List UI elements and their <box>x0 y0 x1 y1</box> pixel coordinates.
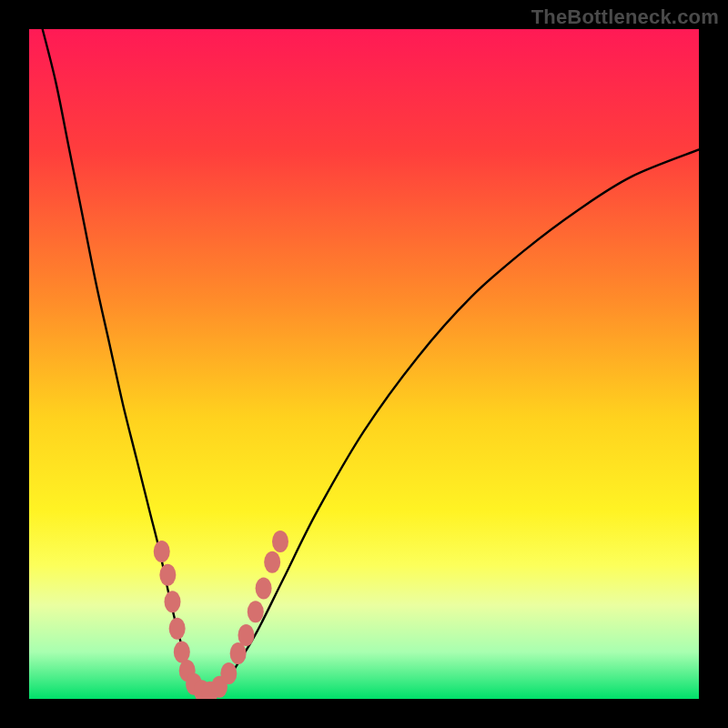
marker-dot <box>264 551 280 573</box>
marker-dot <box>248 601 264 622</box>
marker-dot <box>169 618 186 640</box>
marker-dot <box>272 531 288 552</box>
marker-dot <box>159 564 176 586</box>
watermark-text: TheBottleneck.com <box>531 5 719 29</box>
marker-dot <box>174 641 190 662</box>
marker-dot <box>238 624 254 646</box>
marker-dot <box>165 591 181 612</box>
curve-layer <box>29 29 699 699</box>
plot-area <box>29 29 699 699</box>
marker-dot <box>256 578 272 600</box>
bottleneck-curve <box>43 29 699 693</box>
marker-dot <box>220 662 237 684</box>
chart-frame: TheBottleneck.com <box>0 0 728 728</box>
marker-dot <box>154 541 170 562</box>
